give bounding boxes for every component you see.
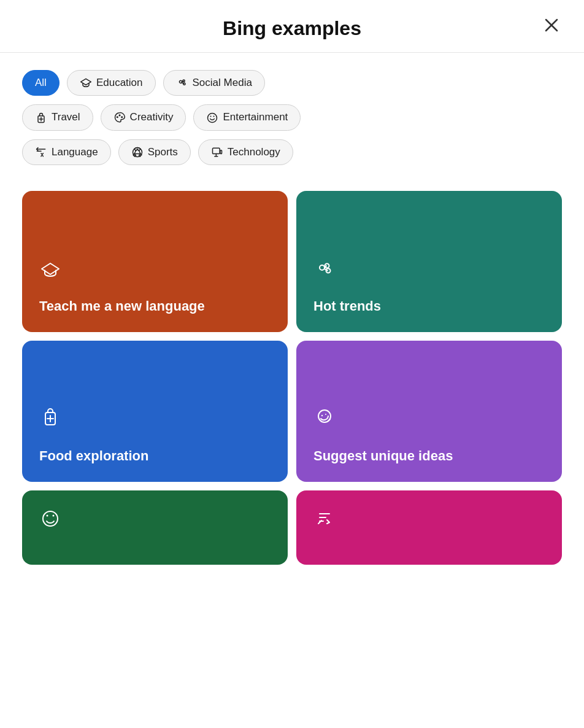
filter-label-social-media: Social Media (193, 77, 252, 89)
filter-chip-social-media[interactable]: Social Media (163, 70, 265, 96)
svg-point-17 (320, 265, 325, 270)
card-6-icon (313, 508, 545, 535)
graduation-icon (80, 77, 92, 89)
card-hot-trends-icon (313, 258, 545, 285)
filter-label-travel: Travel (52, 111, 80, 123)
modal-title: Bing examples (223, 17, 361, 40)
entertainment-icon (206, 111, 218, 123)
card-food-exploration[interactable]: Food exploration (22, 341, 288, 482)
filter-chip-creativity[interactable]: Creativity (101, 104, 186, 130)
card-food-exploration-label: Food exploration (39, 447, 271, 465)
filter-chip-sports[interactable]: Sports (118, 139, 191, 165)
card-suggest-ideas-label: Suggest unique ideas (313, 447, 545, 465)
filter-label-language: Language (52, 146, 98, 158)
modal-header: Bing examples (0, 0, 584, 53)
filter-chip-travel[interactable]: Travel (22, 104, 93, 130)
modal: Bing examples All Education (0, 0, 584, 728)
card-suggest-ideas-icon (313, 408, 545, 435)
card-hot-trends-label: Hot trends (313, 298, 545, 315)
card-5[interactable] (22, 490, 288, 565)
filter-label-sports: Sports (148, 146, 178, 158)
svg-point-9 (119, 115, 120, 116)
svg-point-8 (117, 116, 118, 117)
filters-row-1: All Education (22, 70, 562, 96)
card-teach-language[interactable]: Teach me a new language (22, 191, 288, 332)
card-teach-language-icon (39, 258, 271, 285)
close-button[interactable] (541, 15, 562, 38)
card-hot-trends[interactable]: Hot trends (296, 191, 562, 332)
luggage-icon (35, 111, 47, 123)
filters-row-3: Language Sports (22, 139, 562, 165)
svg-point-10 (121, 116, 123, 117)
filter-label-creativity: Creativity (130, 111, 174, 123)
filter-label-all: All (35, 77, 47, 89)
svg-rect-15 (212, 148, 220, 153)
filter-chip-technology[interactable]: Technology (198, 139, 293, 165)
filter-label-education: Education (96, 77, 143, 89)
filter-label-technology: Technology (228, 146, 280, 158)
svg-point-24 (325, 414, 326, 415)
card-teach-language-label: Teach me a new language (39, 298, 271, 315)
filter-chip-education[interactable]: Education (67, 70, 156, 96)
svg-rect-16 (220, 150, 222, 153)
filter-chip-all[interactable]: All (22, 70, 60, 96)
filters-row-2: Travel Creativity (22, 104, 562, 130)
svg-point-11 (208, 113, 217, 122)
card-suggest-ideas[interactable]: Suggest unique ideas (296, 341, 562, 482)
palette-icon (113, 111, 126, 123)
svg-point-25 (43, 511, 58, 526)
filter-label-entertainment: Entertainment (223, 111, 288, 123)
language-icon (35, 146, 47, 158)
filter-chip-entertainment[interactable]: Entertainment (193, 104, 301, 130)
card-5-icon (39, 508, 271, 535)
filter-chip-language[interactable]: Language (22, 139, 111, 165)
filters-section: All Education (0, 53, 584, 179)
technology-icon (211, 146, 223, 158)
close-icon (544, 17, 559, 33)
card-food-exploration-icon (39, 408, 271, 435)
card-6[interactable] (296, 490, 562, 565)
cards-grid: Teach me a new language Hot trends (0, 179, 584, 577)
social-icon (176, 77, 188, 89)
svg-point-23 (321, 415, 323, 416)
sports-icon (131, 146, 144, 158)
